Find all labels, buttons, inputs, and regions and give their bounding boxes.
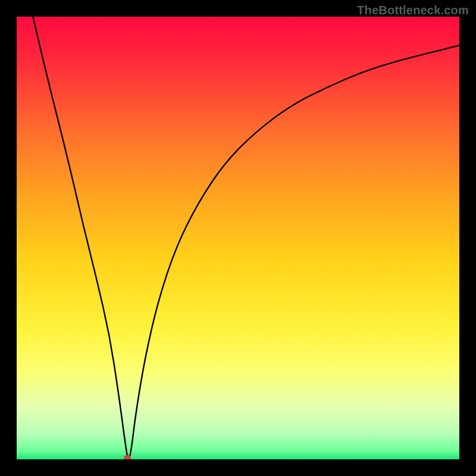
- chart-frame: TheBottleneck.com: [0, 0, 476, 476]
- plot-area: [17, 17, 459, 459]
- gradient-background: [17, 17, 459, 459]
- watermark-label: TheBottleneck.com: [357, 4, 469, 17]
- chart-svg: [17, 17, 459, 459]
